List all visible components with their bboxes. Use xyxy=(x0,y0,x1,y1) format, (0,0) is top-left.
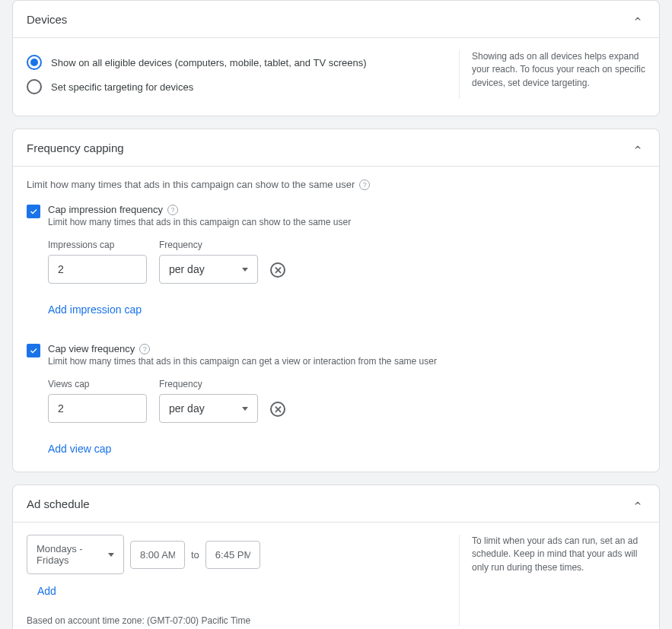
frequency-header[interactable]: Frequency capping xyxy=(13,129,659,167)
add-view-cap-link[interactable]: Add view cap xyxy=(48,443,111,455)
help-icon[interactable]: ? xyxy=(139,344,150,354)
impression-frequency-select[interactable]: per day xyxy=(159,255,258,284)
schedule-header[interactable]: Ad schedule xyxy=(13,485,659,523)
cap-impression-label: Cap impression frequency xyxy=(48,204,163,215)
cap-view-desc: Limit how many times that ads in this ca… xyxy=(48,356,437,367)
devices-header[interactable]: Devices xyxy=(13,1,659,38)
help-icon[interactable]: ? xyxy=(167,205,178,215)
device-option-specific[interactable]: Set specific targeting for devices xyxy=(27,75,447,99)
schedule-add-link[interactable]: Add xyxy=(37,585,56,597)
devices-help-text: Showing ads on all devices helps expand … xyxy=(459,50,645,99)
remove-view-cap-icon[interactable]: ✕ xyxy=(270,402,285,417)
frequency-title: Frequency capping xyxy=(27,141,124,154)
caret-down-icon xyxy=(242,407,248,411)
radio-unselected-icon xyxy=(27,79,42,94)
schedule-to-label: to xyxy=(191,549,199,561)
schedule-to-input[interactable] xyxy=(205,541,260,569)
cap-view-checkbox[interactable] xyxy=(27,344,40,357)
schedule-help-text: To limit when your ads can run, set an a… xyxy=(459,535,645,626)
chevron-up-icon[interactable] xyxy=(630,11,645,27)
view-frequency-label: Frequency xyxy=(159,379,258,389)
impressions-cap-input[interactable] xyxy=(48,255,147,284)
impressions-cap-label: Impressions cap xyxy=(48,240,147,250)
schedule-title: Ad schedule xyxy=(27,497,90,510)
schedule-from-input[interactable] xyxy=(130,541,185,569)
cap-impression-checkbox[interactable] xyxy=(27,205,40,218)
schedule-timezone-note: Based on account time zone: (GMT-07:00) … xyxy=(27,615,447,626)
impression-frequency-value: per day xyxy=(169,263,205,275)
schedule-card: Ad schedule Mondays - Fridays to Add Bas… xyxy=(12,484,660,629)
add-impression-cap-link[interactable]: Add impression cap xyxy=(48,303,142,316)
chevron-up-icon[interactable] xyxy=(630,140,645,155)
chevron-up-icon[interactable] xyxy=(630,496,645,511)
radio-selected-icon xyxy=(27,55,42,70)
impression-frequency-label: Frequency xyxy=(159,240,258,250)
remove-impression-cap-icon[interactable]: ✕ xyxy=(270,262,285,278)
frequency-intro: Limit how many times that ads in this ca… xyxy=(27,179,355,190)
device-option-specific-label: Set specific targeting for devices xyxy=(51,81,193,93)
devices-card: Devices Show on all eligible devices (co… xyxy=(12,0,660,116)
views-cap-input[interactable] xyxy=(48,394,147,423)
views-cap-label: Views cap xyxy=(48,379,147,389)
schedule-days-select[interactable]: Mondays - Fridays xyxy=(27,535,124,574)
devices-options: Show on all eligible devices (computers,… xyxy=(27,50,447,99)
cap-view-label: Cap view frequency xyxy=(48,343,135,354)
help-icon[interactable]: ? xyxy=(359,179,370,190)
device-option-all-label: Show on all eligible devices (computers,… xyxy=(51,57,367,68)
caret-down-icon xyxy=(242,268,248,272)
device-option-all[interactable]: Show on all eligible devices (computers,… xyxy=(27,50,447,75)
schedule-controls: Mondays - Fridays to Add Based on accoun… xyxy=(27,535,447,626)
cap-impression-desc: Limit how many times that ads in this ca… xyxy=(48,217,351,227)
view-frequency-value: per day xyxy=(169,402,205,415)
caret-down-icon xyxy=(108,553,114,557)
frequency-card: Frequency capping Limit how many times t… xyxy=(12,129,660,472)
devices-title: Devices xyxy=(27,13,67,26)
schedule-days-value: Mondays - Fridays xyxy=(37,543,108,566)
view-frequency-select[interactable]: per day xyxy=(159,394,258,423)
